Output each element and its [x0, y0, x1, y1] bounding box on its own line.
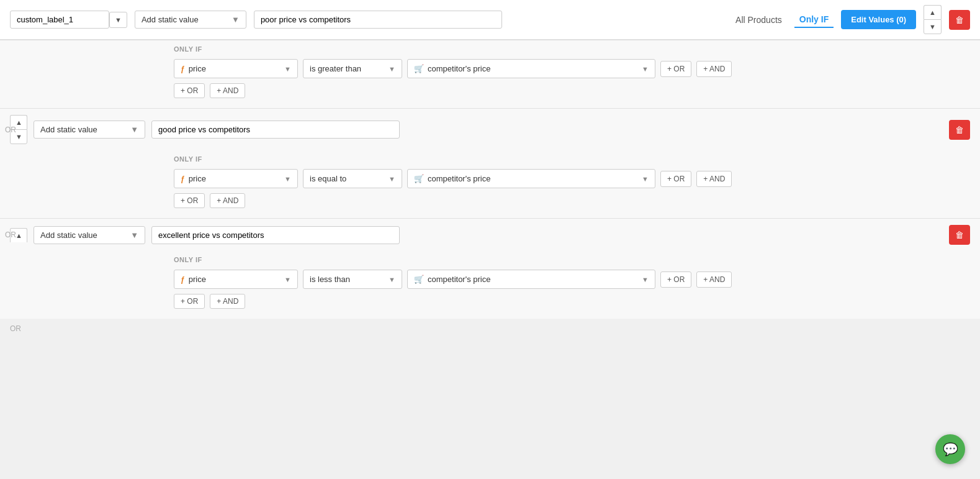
- value-dropdown-3[interactable]: 🛒 competitor's price ▼: [407, 270, 655, 289]
- only-if-label-1: ONLY IF: [174, 45, 970, 53]
- add-static-label-top: Add static value: [142, 15, 199, 24]
- bottom-or-hint: OR: [0, 319, 980, 338]
- add-static-arrow-top: ▼: [232, 15, 240, 24]
- delete-btn-2[interactable]: 🗑: [949, 120, 970, 140]
- field-icon-3: ƒ: [181, 275, 185, 284]
- add-static-label-2: Add static value: [40, 125, 97, 134]
- top-bar: ▼ Add static value ▼ All Products Only I…: [0, 0, 980, 40]
- value-input-top[interactable]: [254, 11, 502, 29]
- or-badge-2: OR: [5, 125, 16, 134]
- inline-or-btn-3[interactable]: + OR: [660, 271, 691, 288]
- value-label-3: competitor's price: [428, 275, 490, 284]
- chat-icon: 💬: [943, 442, 958, 457]
- delete-btn-3[interactable]: 🗑: [949, 225, 970, 245]
- value-label-1: competitor's price: [428, 64, 490, 73]
- or-and-row-3: + OR + AND: [174, 294, 970, 309]
- label-input[interactable]: [10, 11, 109, 29]
- condition-row-2: ƒ price ▼ is equal to ▼ 🛒 competitor's p…: [174, 169, 970, 188]
- value-label-2: competitor's price: [428, 174, 490, 183]
- value-dropdown-2[interactable]: 🛒 competitor's price ▼: [407, 169, 655, 188]
- operator-arrow-1: ▼: [389, 65, 395, 73]
- field-icon-2: ƒ: [181, 175, 185, 183]
- only-if-label-3: ONLY IF: [174, 256, 970, 263]
- operator-arrow-2: ▼: [389, 175, 395, 183]
- operator-dropdown-2[interactable]: is equal to ▼: [303, 169, 402, 188]
- rule-block-3: OR ▲ Add static value ▼ 🗑 ONLY IF ƒ pric…: [0, 218, 980, 319]
- field-label-3: price: [189, 275, 206, 284]
- or-small-btn-2[interactable]: + OR: [174, 193, 205, 208]
- tab-only-if[interactable]: Only IF: [794, 12, 834, 28]
- add-static-dropdown-3[interactable]: Add static value ▼: [34, 226, 145, 244]
- up-down-group: ▲ ▼: [924, 5, 942, 34]
- or-and-row-1: + OR + AND: [174, 83, 970, 98]
- and-small-btn-2[interactable]: + AND: [210, 193, 245, 208]
- cart-icon-3: 🛒: [414, 275, 424, 284]
- or-and-row-2: + OR + AND: [174, 193, 970, 208]
- only-if-section-1: ONLY IF ƒ price ▼ is greater than ▼ 🛒 co…: [0, 40, 980, 108]
- condition-row-1: ƒ price ▼ is greater than ▼ 🛒 competitor…: [174, 59, 970, 78]
- inline-and-btn-3[interactable]: + AND: [696, 271, 732, 288]
- or-small-btn-1[interactable]: + OR: [174, 83, 205, 98]
- add-static-dropdown-2[interactable]: Add static value ▼: [34, 121, 145, 139]
- value-input-3[interactable]: [151, 226, 400, 244]
- operator-label-1: is greater than: [310, 64, 361, 73]
- condition-row-3: ƒ price ▼ is less than ▼ 🛒 competitor's …: [174, 270, 970, 289]
- chat-fab[interactable]: 💬: [935, 434, 965, 464]
- up-btn[interactable]: ▲: [924, 5, 942, 19]
- inline-or-btn-1[interactable]: + OR: [660, 61, 691, 77]
- and-small-btn-3[interactable]: + AND: [210, 294, 245, 309]
- row-top-3: OR ▲ Add static value ▼ 🗑: [0, 219, 980, 251]
- rule-block-2: OR ▲ ▼ Add static value ▼ 🗑 ONLY IF ƒ pr: [0, 108, 980, 218]
- field-arrow-3: ▼: [284, 276, 291, 283]
- only-if-section-3: ONLY IF ƒ price ▼ is less than ▼ 🛒 compe…: [0, 251, 980, 319]
- only-if-label-2: ONLY IF: [174, 155, 970, 163]
- main-content: ONLY IF ƒ price ▼ is greater than ▼ 🛒 co…: [0, 40, 980, 363]
- value-input-2[interactable]: [151, 121, 400, 139]
- operator-label-2: is equal to: [310, 174, 346, 183]
- or-small-btn-3[interactable]: + OR: [174, 294, 205, 309]
- row-top-2: OR ▲ ▼ Add static value ▼ 🗑: [0, 109, 980, 150]
- add-static-dropdown-top[interactable]: Add static value ▼: [135, 11, 246, 29]
- inline-or-btn-2[interactable]: + OR: [660, 171, 691, 187]
- tab-all-products[interactable]: All Products: [731, 12, 787, 27]
- operator-dropdown-3[interactable]: is less than ▼: [303, 270, 402, 289]
- rule-block-1: ONLY IF ƒ price ▼ is greater than ▼ 🛒 co…: [0, 40, 980, 108]
- field-dropdown-2[interactable]: ƒ price ▼: [174, 169, 298, 188]
- field-dropdown-1[interactable]: ƒ price ▼: [174, 59, 298, 78]
- delete-btn-top[interactable]: 🗑: [949, 10, 970, 30]
- field-label-1: price: [189, 64, 206, 73]
- and-small-btn-1[interactable]: + AND: [210, 83, 245, 98]
- value-arrow-1: ▼: [642, 65, 649, 73]
- value-arrow-2: ▼: [642, 175, 649, 183]
- inline-and-btn-1[interactable]: + AND: [696, 61, 732, 77]
- field-dropdown-3[interactable]: ƒ price ▼: [174, 270, 298, 289]
- operator-label-3: is less than: [310, 275, 350, 284]
- header-label-box: ▼: [10, 11, 127, 29]
- edit-values-btn[interactable]: Edit Values (0): [841, 10, 916, 29]
- only-if-section-2: ONLY IF ƒ price ▼ is equal to ▼ 🛒 compet…: [0, 150, 980, 218]
- down-btn[interactable]: ▼: [924, 19, 942, 34]
- add-static-arrow-2: ▼: [130, 125, 138, 134]
- field-icon-1: ƒ: [181, 65, 185, 73]
- operator-arrow-3: ▼: [389, 276, 395, 283]
- value-arrow-3: ▼: [642, 276, 649, 283]
- cart-icon-1: 🛒: [414, 64, 424, 73]
- field-arrow-2: ▼: [284, 175, 291, 183]
- value-dropdown-1[interactable]: 🛒 competitor's price ▼: [407, 59, 655, 78]
- cart-icon-2: 🛒: [414, 174, 424, 183]
- add-static-label-3: Add static value: [40, 230, 97, 240]
- bottom-or-label: OR: [10, 324, 21, 333]
- field-arrow-1: ▼: [284, 65, 291, 73]
- operator-dropdown-1[interactable]: is greater than ▼: [303, 59, 402, 78]
- page-wrapper: ▼ Add static value ▼ All Products Only I…: [0, 0, 980, 479]
- add-static-arrow-3: ▼: [130, 230, 138, 240]
- inline-and-btn-2[interactable]: + AND: [696, 171, 732, 187]
- field-label-2: price: [189, 174, 206, 183]
- label-chevron-btn[interactable]: ▼: [109, 12, 127, 28]
- or-badge-3: OR: [5, 230, 16, 239]
